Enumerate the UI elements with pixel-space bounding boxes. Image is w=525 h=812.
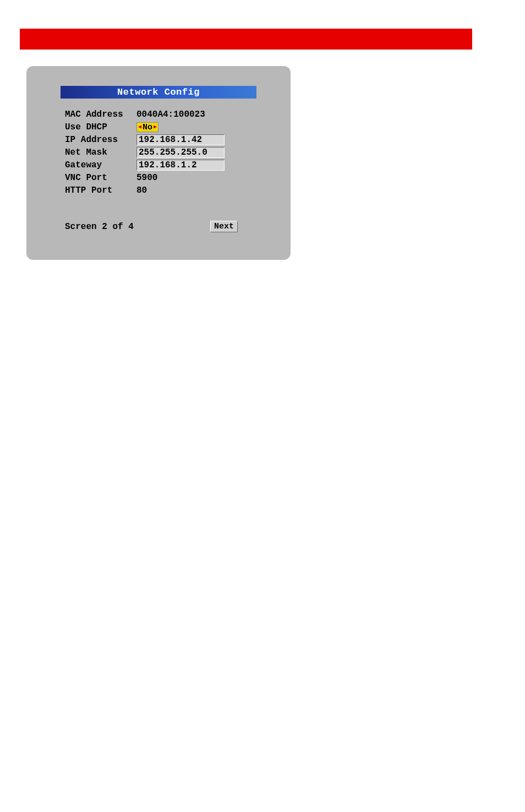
vnc-port-value: 5900	[136, 173, 157, 183]
vnc-port-row: VNC Port 5900	[65, 172, 269, 184]
mac-address-row: MAC Address 0040A4:100023	[65, 108, 269, 121]
mac-address-label: MAC Address	[65, 110, 136, 119]
use-dhcp-label: Use DHCP	[65, 122, 136, 132]
screen-count: Screen 2 of 4	[65, 222, 134, 232]
gateway-input[interactable]	[136, 160, 225, 171]
ip-address-label: IP Address	[65, 135, 136, 145]
net-mask-row: Net Mask	[65, 146, 269, 159]
header-red-bar	[20, 29, 472, 50]
net-mask-input[interactable]	[136, 147, 225, 158]
net-mask-label: Net Mask	[65, 148, 136, 157]
form-rows: MAC Address 0040A4:100023 Use DHCP ◀ No …	[65, 108, 269, 197]
next-button[interactable]: Next	[210, 221, 238, 232]
gateway-row: Gateway	[65, 159, 269, 171]
mac-address-value: 0040A4:100023	[136, 110, 205, 119]
vnc-port-label: VNC Port	[65, 173, 136, 183]
http-port-label: HTTP Port	[65, 186, 136, 195]
chevron-right-icon[interactable]: ▶	[154, 124, 157, 130]
dialog-title: Network Config	[61, 86, 256, 99]
gateway-label: Gateway	[65, 160, 136, 170]
ip-address-input[interactable]	[136, 134, 225, 145]
ip-address-row: IP Address	[65, 134, 269, 146]
use-dhcp-value: No	[141, 123, 154, 132]
network-config-dialog: Network Config MAC Address 0040A4:100023…	[26, 66, 291, 260]
http-port-value: 80	[136, 186, 147, 195]
use-dhcp-select[interactable]: ◀ No ▶	[136, 122, 158, 132]
http-port-row: HTTP Port 80	[65, 184, 269, 197]
use-dhcp-row: Use DHCP ◀ No ▶	[65, 121, 269, 133]
dialog-footer: Screen 2 of 4 Next	[65, 221, 238, 232]
